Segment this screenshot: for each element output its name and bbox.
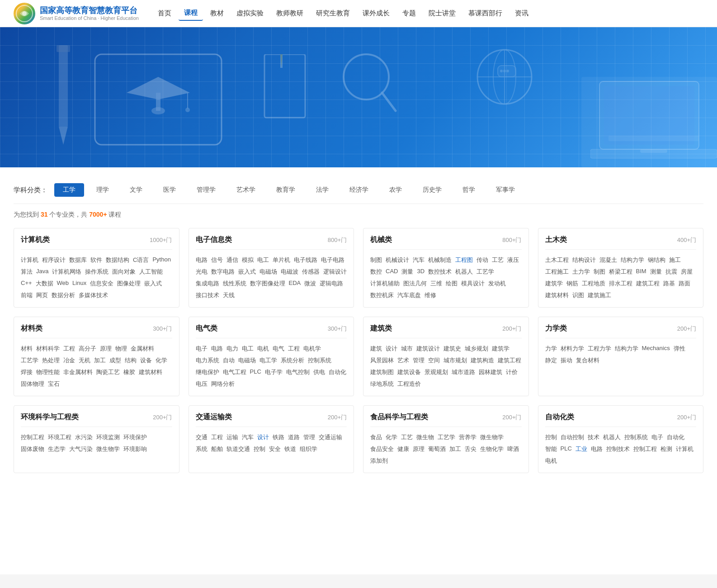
nav-item-首页[interactable]: 首页 — [152, 6, 177, 20]
category-tag-item[interactable]: 钢结构 — [648, 255, 665, 265]
category-tag-item[interactable]: 电子 — [651, 432, 663, 442]
category-tag-item[interactable]: 城市道路 — [452, 367, 475, 377]
category-tag-item[interactable]: 汽车底盘 — [397, 290, 421, 300]
category-tag-item[interactable]: 嵌入式 — [144, 279, 162, 289]
category-tag-item[interactable]: C++ — [21, 279, 32, 289]
category-tag-item[interactable]: 大数据 — [36, 279, 53, 289]
category-tag-item[interactable]: 绿地系统 — [370, 379, 394, 389]
category-tag-item[interactable]: 电压 — [196, 379, 208, 389]
category-tag-item[interactable]: 电路 — [591, 444, 603, 454]
category-tag-item[interactable]: 啤酒 — [507, 444, 519, 454]
category-tag-item[interactable]: 园林建筑 — [479, 367, 502, 377]
category-tag-item[interactable]: 混凝土 — [599, 255, 617, 265]
category-tag-item[interactable]: 设备 — [140, 356, 152, 365]
category-tag-item[interactable]: 电机学 — [303, 344, 321, 354]
category-tag-item[interactable]: 固体废物 — [21, 444, 44, 454]
category-tag-item[interactable]: 建筑工程 — [636, 279, 660, 289]
category-tag-item[interactable]: 振动 — [561, 356, 572, 365]
category-tag-item[interactable]: 管理 — [413, 356, 425, 365]
category-tag-item[interactable]: 电工 — [242, 344, 254, 354]
category-tag-item[interactable]: 固体物理 — [21, 379, 44, 389]
category-tag-item[interactable]: 添加剂 — [370, 456, 388, 466]
category-tag-item[interactable]: 液压 — [507, 255, 519, 265]
category-tag-item[interactable]: 船舶 — [211, 444, 223, 454]
category-tag-item[interactable]: 静定 — [545, 356, 557, 365]
category-tag-item[interactable]: 智能 — [545, 444, 557, 454]
category-tag-item[interactable]: 环境工程 — [48, 432, 71, 442]
category-tag-item[interactable]: 控制 — [545, 432, 557, 442]
category-tag-item[interactable]: 测量 — [650, 267, 662, 277]
category-tag-item[interactable]: 钢筋 — [566, 279, 578, 289]
category-tag-item[interactable]: 建筑 — [370, 344, 382, 354]
category-tag-item[interactable]: 大气污染 — [69, 444, 93, 454]
category-tag-item[interactable]: 结构设计 — [572, 255, 596, 265]
category-tag-item[interactable]: 数控机床 — [370, 290, 394, 300]
category-tag-item[interactable]: 橡胶 — [123, 367, 135, 377]
category-tag-item[interactable]: 人工智能 — [139, 267, 163, 277]
category-tag-item[interactable]: 图法几何 — [403, 279, 427, 289]
category-tag-item[interactable]: 运输 — [226, 432, 238, 442]
category-tag-item[interactable]: 图像处理 — [117, 279, 141, 289]
category-tag-item[interactable]: 工程 — [288, 344, 300, 354]
category-tag-item[interactable]: 城市 — [401, 344, 413, 354]
nav-item-研究生教育[interactable]: 研究生教育 — [311, 6, 355, 20]
category-tag-item[interactable]: 原理 — [413, 444, 425, 454]
category-tag-item[interactable]: Web — [57, 279, 69, 289]
category-tag-item[interactable]: 建筑工程 — [498, 356, 521, 365]
category-tag-item[interactable]: 计价 — [506, 367, 518, 377]
nav-item-课外成长[interactable]: 课外成长 — [357, 6, 395, 20]
category-tag-item[interactable]: 结构力学 — [615, 344, 638, 354]
category-tag-item[interactable]: 集成电路 — [196, 279, 219, 289]
category-tag-item[interactable]: 单片机 — [273, 255, 290, 265]
category-tag-item[interactable]: 城乡规划 — [465, 344, 488, 354]
category-tag-item[interactable]: 机器人 — [603, 432, 621, 442]
category-tag-item[interactable]: 计算机 — [21, 255, 38, 265]
category-tag-item[interactable]: 控制系统 — [308, 356, 331, 365]
category-tag-item[interactable]: 微波 — [304, 279, 316, 289]
category-tag-item[interactable]: 材料力学 — [561, 344, 584, 354]
category-tag-item[interactable]: 信息安全 — [90, 279, 113, 289]
category-tag-item[interactable]: 接口技术 — [196, 290, 219, 300]
category-tag-item[interactable]: 电子学 — [265, 367, 283, 377]
category-tag-item[interactable]: 加工 — [94, 356, 106, 365]
category-tag-item[interactable]: 数据分析 — [52, 290, 75, 300]
category-tag-item[interactable]: 结构 — [125, 356, 137, 365]
category-tag-item[interactable]: PLC — [561, 444, 572, 454]
category-tag-item[interactable]: 计算机 — [676, 444, 693, 454]
category-tag-item[interactable]: 结构力学 — [621, 255, 644, 265]
category-tag-item[interactable]: 化学 — [156, 356, 167, 365]
category-tag-item[interactable]: 成型 — [109, 356, 121, 365]
category-tag-item[interactable]: 通信 — [226, 255, 238, 265]
category-tag-item[interactable]: 汽车 — [242, 432, 254, 442]
category-tag-item[interactable]: 光电 — [196, 267, 208, 277]
nav-item-教师教研[interactable]: 教师教研 — [271, 6, 309, 20]
category-tag-item[interactable]: 建筑制图 — [370, 367, 394, 377]
category-tag-item[interactable]: 网页 — [36, 290, 48, 300]
category-tag-item[interactable]: 建筑材料 — [139, 367, 162, 377]
category-tag-item[interactable]: 三维 — [430, 279, 442, 289]
category-tag-item[interactable]: 控制工程 — [21, 432, 44, 442]
category-tag-item[interactable]: 抗震 — [665, 267, 677, 277]
category-tag-item[interactable]: 工艺 — [492, 255, 504, 265]
category-tag-item[interactable]: 风景园林 — [370, 356, 394, 365]
category-tag-item[interactable]: 工程 — [63, 344, 75, 354]
category-tag-item[interactable]: 供电 — [313, 367, 325, 377]
category-tag-item[interactable]: 逻辑设计 — [323, 267, 347, 277]
category-tag-item[interactable]: 宝石 — [48, 379, 60, 389]
filter-tag-军事学[interactable]: 军事学 — [487, 183, 524, 197]
category-tag-item[interactable]: 金属材料 — [131, 344, 154, 354]
category-tag-item[interactable]: 建筑学 — [492, 344, 509, 354]
category-tag-item[interactable]: 天线 — [223, 290, 235, 300]
category-tag-item[interactable]: 电气工程 — [223, 367, 246, 377]
category-tag-item[interactable]: 土力学 — [572, 267, 590, 277]
filter-tag-管理学[interactable]: 管理学 — [188, 183, 224, 197]
filter-tag-经济学[interactable]: 经济学 — [341, 183, 377, 197]
category-tag-item[interactable]: 逻辑电路 — [320, 279, 343, 289]
category-tag-item[interactable]: 化学 — [386, 432, 397, 442]
category-tag-item[interactable]: BIM — [636, 267, 646, 277]
category-tag-item[interactable]: 系统 — [196, 444, 208, 454]
category-tag-item[interactable]: 施工 — [669, 255, 681, 265]
category-tag-item[interactable]: 模拟 — [242, 255, 254, 265]
category-tag-item[interactable]: 组织学 — [300, 444, 317, 454]
category-tag-item[interactable]: 电气控制 — [286, 367, 310, 377]
